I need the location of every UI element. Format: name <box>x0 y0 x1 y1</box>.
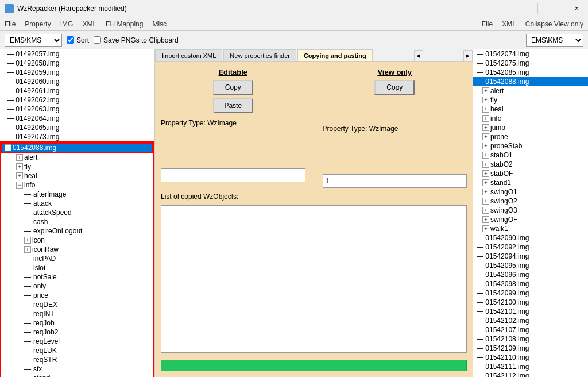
menu-file[interactable]: File <box>0 19 20 29</box>
right-tree-item-rc16[interactable]: + walk1 <box>473 224 588 233</box>
sort-checkbox[interactable] <box>67 36 74 44</box>
left-tree-item-i7[interactable]: — 01492063.img <box>0 105 154 114</box>
left-tree-item-c4l[interactable]: —price <box>1 291 153 300</box>
right-tree-item-r8[interactable]: — 01542095.img <box>473 261 588 270</box>
right-tree-item-rc3[interactable]: + heal <box>473 105 588 114</box>
left-tree[interactable]: — 01492057.img— 01492058.img— 01492059.i… <box>0 49 154 377</box>
right-tree-item-r1[interactable]: — 01542074.img <box>473 49 588 59</box>
tree-expand-icon[interactable]: − <box>16 182 23 188</box>
left-tree-item-c4p[interactable]: —reqJob2 <box>1 328 153 337</box>
menu-misc[interactable]: Misc <box>148 19 171 29</box>
save-pngs-checkbox-label[interactable]: Save PNGs to Clipboard <box>94 36 179 44</box>
left-tree-item-c4g[interactable]: + iconRaw <box>1 245 153 254</box>
right-tree-item-r14[interactable]: — 01542102.img <box>473 316 588 325</box>
left-dropdown[interactable]: EMS\KMS <box>5 34 62 47</box>
right-dropdown[interactable]: EMS\KMS <box>526 34 583 47</box>
tab-next-button[interactable]: ▶ <box>463 50 473 61</box>
left-tree-item-c4e[interactable]: —expireOnLogout <box>1 226 153 236</box>
right-tree-item-r7[interactable]: — 01542094.img <box>473 252 588 261</box>
left-tree-item-c4a[interactable]: —afterImage <box>1 190 153 199</box>
right-tree-item-r6[interactable]: — 01542092.img <box>473 243 588 252</box>
left-tree-item-c4t[interactable]: —sfx <box>1 364 153 374</box>
right-tree-item-r3[interactable]: — 01542085.img <box>473 68 588 77</box>
left-tree-item-i1[interactable]: — 01492057.img <box>0 49 154 59</box>
right-tree-item-r20[interactable]: — 01542112.img <box>473 371 588 377</box>
right-tree-item-rc13[interactable]: + swingO2 <box>473 197 588 206</box>
menu-img[interactable]: IMG <box>56 19 78 29</box>
left-tree-item-c4d[interactable]: —cash <box>1 217 153 226</box>
tree-collapse-icon[interactable]: + <box>16 163 23 170</box>
right-expand-icon[interactable]: + <box>482 207 489 214</box>
right-expand-icon[interactable]: + <box>482 179 489 186</box>
right-tree-item-r12[interactable]: — 01542100.img <box>473 298 588 307</box>
right-tree-item-r13[interactable]: — 01542101.img <box>473 307 588 316</box>
right-tree-item-r18[interactable]: — 01542110.img <box>473 353 588 362</box>
tab-import[interactable]: Import custom XML <box>155 49 222 61</box>
left-tree-item-i8[interactable]: — 01492064.img <box>0 114 154 123</box>
left-tree-item-i6[interactable]: — 01492062.img <box>0 95 154 105</box>
right-expand-icon[interactable]: + <box>482 225 489 232</box>
menu-collapse-view[interactable]: Collapse View only <box>521 19 588 29</box>
right-tree-item-rc15[interactable]: + swingOF <box>473 215 588 224</box>
right-expand-icon[interactable]: + <box>482 106 489 113</box>
left-tree-item-c4h[interactable]: —incPAD <box>1 254 153 263</box>
right-tree-item-rc14[interactable]: + swingO3 <box>473 206 588 215</box>
right-expand-icon[interactable]: + <box>482 115 489 122</box>
view-only-copy-button[interactable]: Copy <box>374 80 415 95</box>
menu-xml[interactable]: XML <box>78 19 101 29</box>
right-tree-item-r15[interactable]: — 01542107.img <box>473 325 588 334</box>
left-tree-item-c3[interactable]: + heal <box>1 171 153 180</box>
right-tree-item-r11[interactable]: — 01542099.img <box>473 288 588 298</box>
save-pngs-checkbox[interactable] <box>94 36 101 44</box>
right-tree-item-rc11[interactable]: + stand1 <box>473 178 588 187</box>
left-tree-item-main[interactable]: − 01542088.img <box>1 143 153 153</box>
menu-right-file[interactable]: File <box>477 19 497 29</box>
editable-copy-button[interactable]: Copy <box>213 80 253 95</box>
right-expand-icon[interactable]: + <box>482 170 489 177</box>
right-tree-item-rc12[interactable]: + swingO1 <box>473 187 588 197</box>
right-tree-item-rc8[interactable]: + stabO1 <box>473 151 588 160</box>
maximize-button[interactable]: □ <box>554 3 567 14</box>
left-tree-item-c1[interactable]: + alert <box>1 153 153 162</box>
left-tree-item-c4q[interactable]: —reqLevel <box>1 337 153 346</box>
menu-property[interactable]: Property <box>20 19 55 29</box>
right-expand-icon[interactable]: + <box>482 198 489 205</box>
tree-collapse-icon[interactable]: + <box>16 172 23 179</box>
tree-collapse-icon[interactable]: + <box>24 246 31 253</box>
left-tree-item-c4j[interactable]: —notSale <box>1 272 153 282</box>
right-expand-icon[interactable]: + <box>482 152 489 159</box>
left-tree-item-c4c[interactable]: —attackSpeed <box>1 208 153 217</box>
left-tree-item-c4n[interactable]: —reqINT <box>1 309 153 318</box>
left-tree-item-i10[interactable]: — 01492073.img <box>0 132 154 141</box>
left-tree-item-c4m[interactable]: —reqDEX <box>1 300 153 309</box>
right-expand-icon[interactable]: + <box>482 188 489 195</box>
right-tree-item-rc5[interactable]: + jump <box>473 123 588 132</box>
left-tree-item-i3[interactable]: — 01492059.img <box>0 68 154 77</box>
left-tree-item-c4u[interactable]: —stand <box>1 374 153 377</box>
left-tree-item-c4s[interactable]: —reqSTR <box>1 355 153 364</box>
right-expand-icon[interactable]: + <box>482 124 489 131</box>
left-tree-item-i4[interactable]: — 01492060.img <box>0 77 154 86</box>
minimize-button[interactable]: — <box>537 3 551 14</box>
right-expand-icon[interactable]: + <box>482 87 489 94</box>
menu-fh-mapping[interactable]: FH Mapping <box>101 19 148 29</box>
left-tree-item-i2[interactable]: — 01492058.img <box>0 59 154 68</box>
sort-checkbox-label[interactable]: Sort <box>67 36 89 44</box>
tab-finder[interactable]: New properties finder <box>223 49 296 61</box>
right-tree-item-r19[interactable]: — 01542111.img <box>473 362 588 371</box>
right-tree[interactable]: — 01542074.img— 01542075.img— 01542085.i… <box>473 49 588 377</box>
left-tree-item-i5[interactable]: — 01492061.img <box>0 86 154 95</box>
right-tree-item-rc1[interactable]: + alert <box>473 86 588 95</box>
right-tree-item-rc2[interactable]: + fly <box>473 95 588 105</box>
right-tree-item-r10[interactable]: — 01542098.img <box>473 279 588 288</box>
right-expand-icon[interactable]: + <box>482 143 489 149</box>
tree-collapse-icon[interactable]: + <box>24 237 31 244</box>
tab-copy[interactable]: Copying and pasting <box>297 49 373 61</box>
right-tree-item-rc4[interactable]: + info <box>473 114 588 123</box>
left-tree-item-c4r[interactable]: —reqLUK <box>1 346 153 355</box>
left-tree-item-c4[interactable]: − info <box>1 180 153 190</box>
left-tree-item-c4k[interactable]: —only <box>1 282 153 291</box>
right-tree-item-r4[interactable]: — 01542088.img <box>473 77 588 86</box>
right-tree-item-rc7[interactable]: + proneStab <box>473 141 588 151</box>
left-tree-item-c4f[interactable]: + icon <box>1 236 153 245</box>
